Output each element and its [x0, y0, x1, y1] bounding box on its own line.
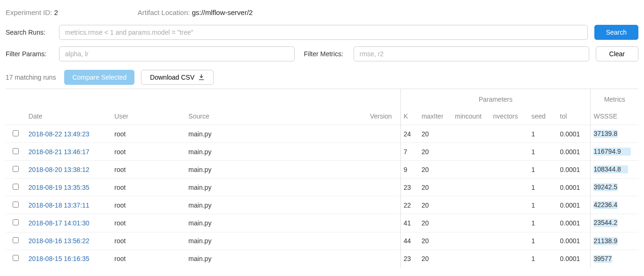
table-row: 2018-08-21 13:46:17rootmain.py72010.0001… — [6, 143, 638, 161]
cell-wssse: 42236.4 — [593, 201, 618, 209]
cell-maxiter: 20 — [419, 196, 452, 214]
row-checkbox[interactable] — [13, 130, 19, 136]
cell-source: main.py — [185, 143, 362, 161]
cell-maxiter: 20 — [419, 214, 452, 232]
cell-k: 23 — [400, 250, 419, 268]
table-row: 2018-08-22 13:49:23rootmain.py242010.000… — [6, 125, 638, 143]
download-csv-button[interactable]: Download CSV — [141, 70, 214, 85]
download-csv-label: Download CSV — [150, 74, 194, 81]
cell-seed: 1 — [528, 179, 557, 196]
run-date-link[interactable]: 2018-08-21 13:46:17 — [29, 148, 89, 156]
compare-selected-button[interactable]: Compare Selected — [64, 70, 134, 85]
col-version[interactable]: Version — [363, 108, 401, 125]
search-button[interactable]: Search — [594, 25, 638, 40]
experiment-id-value: 2 — [54, 8, 58, 16]
filter-metrics-label: Filter Metrics: — [301, 50, 347, 58]
cell-tol: 0.0001 — [557, 214, 591, 232]
cell-tol: 0.0001 — [557, 196, 591, 214]
params-group-header: Parameters — [400, 89, 591, 108]
cell-user: root — [111, 214, 185, 232]
cell-wssse: 39577 — [593, 255, 612, 263]
row-checkbox[interactable] — [13, 237, 19, 243]
cell-source: main.py — [185, 214, 362, 232]
clear-button[interactable]: Clear — [596, 46, 638, 61]
cell-nvectors — [490, 143, 529, 161]
row-checkbox[interactable] — [13, 166, 19, 172]
col-wssse[interactable]: WSSSE — [591, 108, 638, 125]
col-source[interactable]: Source — [185, 108, 362, 125]
cell-seed: 1 — [528, 214, 557, 232]
cell-source: main.py — [185, 250, 362, 268]
cell-tol: 0.0001 — [557, 125, 591, 143]
cell-nvectors — [490, 214, 529, 232]
cell-seed: 1 — [528, 232, 557, 250]
row-checkbox[interactable] — [13, 219, 19, 225]
cell-nvectors — [490, 196, 529, 214]
cell-user: root — [111, 161, 185, 179]
col-tol[interactable]: tol — [557, 108, 591, 125]
run-date-link[interactable]: 2018-08-17 14:01:30 — [29, 219, 89, 227]
cell-nvectors — [490, 250, 529, 268]
cell-wssse: 116794.9 — [593, 148, 631, 156]
col-seed[interactable]: seed — [528, 108, 557, 125]
cell-user: root — [111, 179, 185, 196]
cell-maxiter: 20 — [419, 125, 452, 143]
cell-mincount — [452, 196, 490, 214]
cell-user: root — [111, 232, 185, 250]
row-checkbox[interactable] — [13, 148, 19, 154]
cell-mincount — [452, 214, 490, 232]
metrics-group-header: Metrics — [591, 89, 638, 108]
cell-mincount — [452, 232, 490, 250]
experiment-meta: Experiment ID: 2 Artifact Location: gs:/… — [6, 6, 638, 25]
cell-source: main.py — [185, 196, 362, 214]
cell-seed: 1 — [528, 161, 557, 179]
filter-params-input[interactable] — [59, 46, 295, 61]
cell-maxiter: 20 — [419, 232, 452, 250]
search-runs-input[interactable] — [59, 25, 588, 40]
filter-params-label: Filter Params: — [6, 50, 52, 58]
cell-nvectors — [490, 232, 529, 250]
cell-k: 41 — [400, 214, 419, 232]
filter-metrics-input[interactable] — [354, 46, 589, 61]
cell-source: main.py — [185, 125, 362, 143]
cell-seed: 1 — [528, 125, 557, 143]
row-checkbox[interactable] — [13, 201, 19, 208]
cell-mincount — [452, 161, 490, 179]
cell-seed: 1 — [528, 143, 557, 161]
col-nvectors[interactable]: nvectors — [490, 108, 529, 125]
cell-user: root — [111, 143, 185, 161]
run-date-link[interactable]: 2018-08-20 13:38:12 — [29, 166, 89, 173]
run-date-link[interactable]: 2018-08-18 13:37:11 — [29, 201, 89, 209]
cell-version — [363, 214, 401, 232]
cell-wssse: 37139.8 — [593, 130, 618, 138]
col-maxiter[interactable]: maxIter — [419, 108, 452, 125]
experiment-id-label: Experiment ID: — [6, 8, 52, 16]
run-date-link[interactable]: 2018-08-16 13:56:22 — [29, 237, 89, 245]
row-checkbox[interactable] — [13, 255, 19, 261]
table-row: 2018-08-15 16:16:35rootmain.py232010.000… — [6, 250, 638, 268]
cell-k: 24 — [400, 125, 419, 143]
cell-wssse: 108344.8 — [593, 165, 628, 173]
table-row: 2018-08-17 14:01:30rootmain.py412010.000… — [6, 214, 638, 232]
cell-user: root — [111, 196, 185, 214]
table-row: 2018-08-20 13:38:12rootmain.py92010.0001… — [6, 161, 638, 179]
artifact-location-label: Artifact Location: — [138, 8, 190, 16]
cell-mincount — [452, 250, 490, 268]
col-date[interactable]: Date — [26, 108, 112, 125]
run-date-link[interactable]: 2018-08-19 13:35:35 — [29, 184, 89, 191]
cell-version — [363, 179, 401, 196]
cell-maxiter: 20 — [419, 161, 452, 179]
cell-nvectors — [490, 161, 529, 179]
col-mincount[interactable]: mincount — [452, 108, 490, 125]
cell-k: 9 — [400, 161, 419, 179]
row-checkbox[interactable] — [13, 184, 19, 190]
run-date-link[interactable]: 2018-08-22 13:49:23 — [29, 130, 89, 138]
cell-tol: 0.0001 — [557, 232, 591, 250]
cell-version — [363, 125, 401, 143]
col-k[interactable]: K — [400, 108, 419, 125]
cell-seed: 1 — [528, 196, 557, 214]
cell-maxiter: 20 — [419, 250, 452, 268]
col-user[interactable]: User — [111, 108, 185, 125]
run-date-link[interactable]: 2018-08-15 16:16:35 — [29, 255, 89, 262]
cell-version — [363, 250, 401, 268]
